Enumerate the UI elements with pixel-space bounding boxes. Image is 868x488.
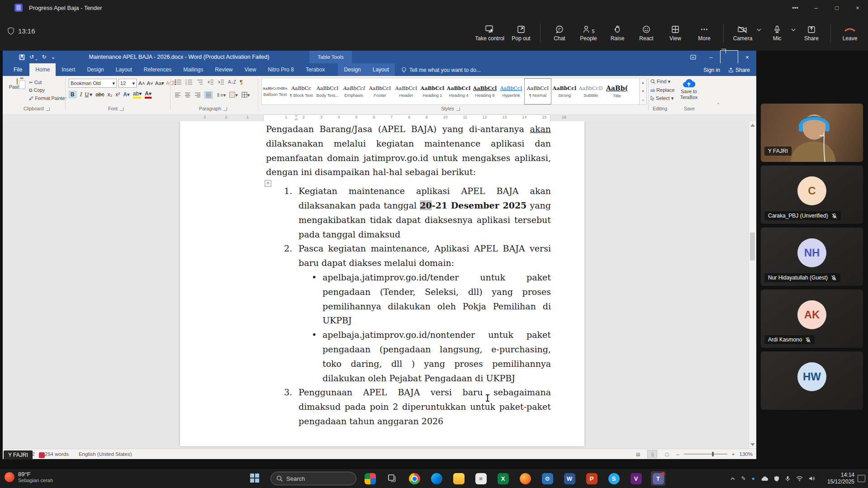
change-case-button[interactable]: Aa▾ — [155, 80, 164, 86]
style-item[interactable]: AaBbCcl Heading 4 — [446, 78, 472, 104]
zoom-slider-thumb[interactable] — [712, 452, 714, 456]
share-button[interactable]: Share — [797, 25, 826, 42]
wifi-icon[interactable] — [796, 476, 803, 481]
taskbar-weather[interactable]: 89°F Sebagian cerah — [5, 471, 53, 483]
strikethrough-button[interactable]: abc — [95, 91, 104, 98]
volume-icon[interactable] — [809, 476, 815, 481]
undo-icon[interactable]: ↺ ˬ — [29, 54, 37, 60]
style-item[interactable]: AaBbCc ¶ Block Text — [288, 78, 314, 104]
text-effects-button[interactable]: A▾ — [123, 91, 130, 98]
ribbon-display-options-icon[interactable] — [684, 51, 702, 63]
zoom-slider[interactable] — [684, 454, 727, 455]
style-item[interactable]: AaBbCcI Emphasis — [341, 78, 367, 104]
participant-tile[interactable]: AK Ardi Kasmono — [761, 289, 863, 348]
select-button[interactable]: Select ▾ — [650, 95, 674, 101]
people-button[interactable]: 5 People — [574, 25, 603, 42]
taskbar-app-visual-studio[interactable]: V — [629, 471, 643, 486]
style-item[interactable]: AaBbCcDdEe Balloon Text — [262, 78, 288, 104]
ribbon-tab[interactable]: Insert — [56, 63, 81, 76]
word-close-button[interactable]: × — [738, 51, 756, 63]
zoom-out-button[interactable]: – — [676, 451, 679, 457]
ribbon-tab[interactable]: References — [138, 63, 177, 76]
increase-indent-button[interactable] — [218, 79, 224, 85]
leave-button[interactable]: Leave — [835, 25, 864, 42]
pop-out-button[interactable]: Pop out — [507, 25, 536, 42]
ribbon-tab[interactable]: Layout — [110, 63, 138, 76]
start-button[interactable] — [250, 473, 260, 483]
style-item[interactable]: AaBbCcI ¶ Normal — [524, 78, 551, 104]
redo-icon[interactable]: ↻ — [42, 54, 46, 60]
mic-options-chevron[interactable] — [791, 28, 796, 32]
ribbon-tab[interactable]: View — [239, 63, 262, 76]
format-painter-button[interactable]: 🖉 Format Painter — [29, 95, 66, 101]
ribbon-tab[interactable]: Layout — [367, 63, 395, 76]
bluetooth-icon[interactable]: ● — [752, 475, 755, 482]
horizontal-ruler[interactable]: 321 12345678910111213141516 — [3, 114, 756, 121]
notification-center-icon[interactable] — [858, 475, 865, 482]
taskbar-app-firefox[interactable] — [518, 471, 532, 486]
ribbon-tab[interactable]: Home — [29, 63, 56, 76]
window-maximize-button[interactable]: □ — [826, 0, 847, 15]
first-line-indent-marker[interactable] — [294, 114, 299, 117]
pen-icon[interactable]: ✎ — [741, 475, 746, 482]
taskbar-app-excel[interactable]: X — [496, 471, 510, 486]
taskbar-app-widgets[interactable] — [363, 471, 377, 486]
scroll-down-arrow[interactable] — [750, 443, 755, 446]
participant-tile[interactable]: NH Nur Hidayatullah (Guest) — [761, 227, 863, 286]
font-size-combo[interactable]: 12 ▾ — [119, 79, 137, 88]
style-item[interactable]: AaBbCcl Heading 8 — [472, 78, 498, 104]
dialog-launcher-icon[interactable] — [456, 107, 460, 111]
style-item[interactable]: AaBbCcI Body Text... — [314, 78, 341, 104]
bullet-list-button[interactable] — [175, 79, 182, 85]
style-item[interactable]: AaBb( Title — [604, 78, 630, 104]
mic-button[interactable]: Mic — [763, 25, 792, 42]
read-mode-button[interactable]: ▤ — [633, 450, 643, 458]
save-to-terabox-button[interactable]: Save to TeraBox — [676, 78, 702, 100]
dialog-launcher-icon[interactable] — [120, 107, 123, 111]
taskbar-app-chrome[interactable] — [407, 471, 422, 486]
align-center-button[interactable] — [185, 92, 191, 98]
ribbon-tab[interactable]: Mailings — [177, 63, 209, 76]
word-minimize-button[interactable]: – — [702, 51, 720, 63]
line-spacing-button[interactable]: ⇕≡▾ — [216, 92, 226, 98]
taskbar-app-word[interactable]: W — [562, 471, 577, 486]
shrink-font-button[interactable]: A˅ — [147, 81, 153, 86]
scroll-thumb[interactable] — [750, 232, 755, 261]
window-minimize-button[interactable]: – — [806, 0, 826, 15]
taskbar-app-skype[interactable]: S — [607, 471, 621, 486]
taskbar-app-edge[interactable] — [429, 471, 444, 486]
subscript-button[interactable]: x₂ — [107, 91, 112, 98]
save-icon[interactable] — [19, 54, 25, 60]
numbered-list-button[interactable]: 123 — [185, 79, 193, 85]
font-color-button[interactable]: A▾ — [145, 90, 152, 99]
dialog-launcher-icon[interactable] — [46, 107, 50, 111]
camera-button[interactable]: Camera — [728, 25, 757, 42]
ribbon-tab[interactable]: Design — [338, 63, 366, 76]
ribbon-tab[interactable]: Review — [209, 63, 238, 76]
cut-button[interactable]: ✂ Cut — [29, 80, 66, 85]
justify-button[interactable] — [204, 91, 213, 99]
paste-button[interactable]: Paste ▾ — [8, 79, 26, 90]
style-item[interactable]: AaBbCcl Heading 1 — [419, 78, 446, 104]
ribbon-tab[interactable]: Nitro Pro 8 — [262, 63, 299, 76]
camera-options-chevron[interactable] — [756, 28, 762, 32]
ribbon-tab[interactable]: File — [6, 63, 29, 76]
show-hidden-icons-chevron[interactable] — [730, 477, 735, 480]
dialog-launcher-icon[interactable] — [223, 107, 227, 111]
taskbar-app-notepad[interactable]: ≡ — [474, 471, 488, 486]
chat-button[interactable]: Chat — [545, 25, 574, 42]
participant-video-tile[interactable]: Y FAJRI — [761, 104, 863, 162]
vertical-scrollbar[interactable] — [749, 121, 756, 449]
hanging-indent-marker[interactable] — [294, 118, 299, 120]
copy-button[interactable]: ⧉ Copy — [29, 87, 66, 93]
document-page[interactable]: + Pengadaan Barang/Jasa (APEL BAJA) yang… — [180, 121, 584, 446]
sign-in-link[interactable]: Sign in — [703, 67, 720, 73]
take-control-button[interactable]: Take control — [473, 25, 507, 42]
participant-tile[interactable]: HW — [761, 351, 863, 410]
style-item[interactable]: AaBbCcD Subtitle — [578, 78, 604, 104]
zoom-level[interactable]: 130% — [740, 451, 753, 457]
microphone-tray-icon[interactable] — [785, 476, 790, 482]
show-paragraph-marks-button[interactable]: ¶ — [240, 79, 243, 85]
react-button[interactable]: React — [632, 25, 661, 42]
window-more-button[interactable]: ••• — [785, 0, 806, 15]
